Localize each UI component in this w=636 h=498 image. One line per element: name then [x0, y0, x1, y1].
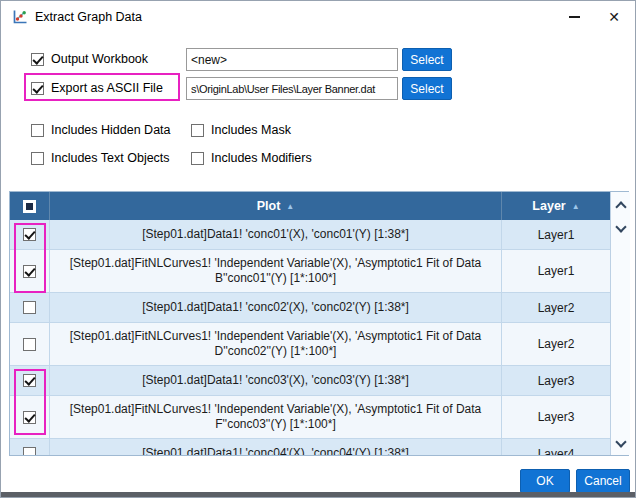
row-checkbox[interactable] [23, 374, 36, 387]
ok-button[interactable]: OK [520, 469, 570, 493]
include-checkbox[interactable] [31, 124, 44, 137]
row-checkbox-cell[interactable] [10, 323, 50, 365]
export-ascii-select-button[interactable]: Select [402, 77, 452, 100]
plot-cell: [Step01.dat]Data1! 'conc04'(X), 'conc04'… [50, 439, 502, 455]
table-row-5[interactable]: [Step01.dat]Data1! 'conc03'(X), 'conc03'… [10, 366, 610, 396]
row-checkbox[interactable] [23, 338, 36, 351]
layer-cell: Layer3 [502, 396, 610, 438]
include-checkbox[interactable] [191, 152, 204, 165]
export-ascii-label: Export as ASCII File [51, 81, 163, 95]
layer-cell: Layer1 [502, 220, 610, 249]
scroll-up-button[interactable] [611, 192, 631, 216]
plot-cell: [Step01.dat]FitNLCurves1! 'Independent V… [50, 250, 502, 292]
include-checkbox[interactable] [31, 152, 44, 165]
output-workbook-checkbox[interactable] [31, 53, 44, 66]
row-checkbox-cell[interactable] [10, 439, 50, 455]
row-checkbox[interactable] [23, 265, 36, 278]
include-option-1[interactable]: Includes Mask [191, 123, 401, 137]
table-row-2[interactable]: [Step01.dat]FitNLCurves1! 'Independent V… [10, 250, 610, 293]
scroll-down-button[interactable] [611, 431, 631, 455]
sort-asc-icon: ▲ [572, 202, 580, 211]
table-scrollbar[interactable] [610, 192, 630, 455]
scroll-track[interactable] [611, 240, 630, 431]
plot-table-main: Plot ▲ Layer ▲ [Step01.dat]Data1! 'conc0… [10, 192, 610, 455]
row-checkbox-cell[interactable] [10, 293, 50, 322]
extract-graph-data-dialog: Extract Graph Data ✕ Output Workbook Sel… [0, 0, 636, 498]
select-all-checkbox[interactable] [23, 200, 36, 213]
include-label: Includes Mask [211, 123, 291, 137]
row-checkbox-cell[interactable] [10, 250, 50, 292]
window-title: Extract Graph Data [35, 10, 142, 24]
output-workbook-label: Output Workbook [51, 52, 148, 66]
plot-cell: [Step01.dat]FitNLCurves1! 'Independent V… [50, 396, 502, 438]
table-row-6[interactable]: [Step01.dat]FitNLCurves1! 'Independent V… [10, 396, 610, 439]
sort-asc-icon: ▲ [286, 202, 294, 211]
plot-cell: [Step01.dat]Data1! 'conc01'(X), 'conc01'… [50, 220, 502, 249]
titlebar: Extract Graph Data ✕ [1, 1, 635, 33]
row-checkbox[interactable] [23, 228, 36, 241]
includes-grid: Includes Hidden Data Includes Mask Inclu… [31, 123, 401, 165]
minimize-button[interactable] [561, 5, 587, 29]
include-option-2[interactable]: Includes Text Objects [31, 151, 191, 165]
row-checkbox[interactable] [23, 301, 36, 314]
plot-cell: [Step01.dat]Data1! 'conc02'(X), 'conc02'… [50, 293, 502, 322]
table-row-3[interactable]: [Step01.dat]Data1! 'conc02'(X), 'conc02'… [10, 293, 610, 323]
chevron-down-icon [615, 436, 626, 447]
include-label: Includes Hidden Data [51, 123, 171, 137]
layer-column-header[interactable]: Layer ▲ [502, 192, 610, 220]
include-checkbox[interactable] [191, 124, 204, 137]
export-ascii-option[interactable]: Export as ASCII File [31, 81, 163, 95]
include-option-0[interactable]: Includes Hidden Data [31, 123, 191, 137]
include-label: Includes Modifiers [211, 151, 312, 165]
row-checkbox-cell[interactable] [10, 366, 50, 395]
table-row-1[interactable]: [Step01.dat]Data1! 'conc01'(X), 'conc01'… [10, 220, 610, 250]
cancel-button[interactable]: Cancel [576, 469, 630, 493]
layer-cell: Layer2 [502, 323, 610, 365]
scroll-down-button-top[interactable] [611, 216, 631, 240]
export-ascii-checkbox[interactable] [31, 82, 44, 95]
row-checkbox-cell[interactable] [10, 396, 50, 438]
table-row-4[interactable]: [Step01.dat]FitNLCurves1! 'Independent V… [10, 323, 610, 366]
dialog-icon [11, 8, 29, 26]
table-header: Plot ▲ Layer ▲ [10, 192, 610, 220]
layer-cell: Layer3 [502, 366, 610, 395]
close-button[interactable]: ✕ [601, 5, 627, 29]
output-workbook-select-button[interactable]: Select [402, 48, 452, 71]
layer-column-label: Layer [532, 199, 565, 213]
row-checkbox[interactable] [23, 411, 36, 424]
chevron-up-icon [615, 201, 626, 212]
plot-table: Plot ▲ Layer ▲ [Step01.dat]Data1! 'conc0… [9, 191, 629, 456]
close-icon: ✕ [608, 9, 620, 25]
minimize-icon [569, 16, 580, 18]
select-all-cell[interactable] [10, 192, 50, 220]
layer-cell: Layer2 [502, 293, 610, 322]
include-label: Includes Text Objects [51, 151, 170, 165]
plot-cell: [Step01.dat]FitNLCurves1! 'Independent V… [50, 323, 502, 365]
chevron-down-icon [615, 221, 626, 232]
row-checkbox-cell[interactable] [10, 220, 50, 249]
output-workbook-option[interactable]: Output Workbook [31, 52, 148, 66]
plot-column-label: Plot [257, 199, 281, 213]
layer-cell: Layer4 [502, 439, 610, 455]
layer-cell: Layer1 [502, 250, 610, 292]
table-body: [Step01.dat]Data1! 'conc01'(X), 'conc01'… [10, 220, 610, 455]
plot-cell: [Step01.dat]Data1! 'conc03'(X), 'conc03'… [50, 366, 502, 395]
row-checkbox[interactable] [23, 447, 36, 455]
plot-column-header[interactable]: Plot ▲ [50, 192, 502, 220]
output-workbook-input[interactable] [186, 48, 398, 71]
export-ascii-input[interactable] [186, 77, 398, 100]
table-row-7[interactable]: [Step01.dat]Data1! 'conc04'(X), 'conc04'… [10, 439, 610, 455]
include-option-3[interactable]: Includes Modifiers [191, 151, 401, 165]
